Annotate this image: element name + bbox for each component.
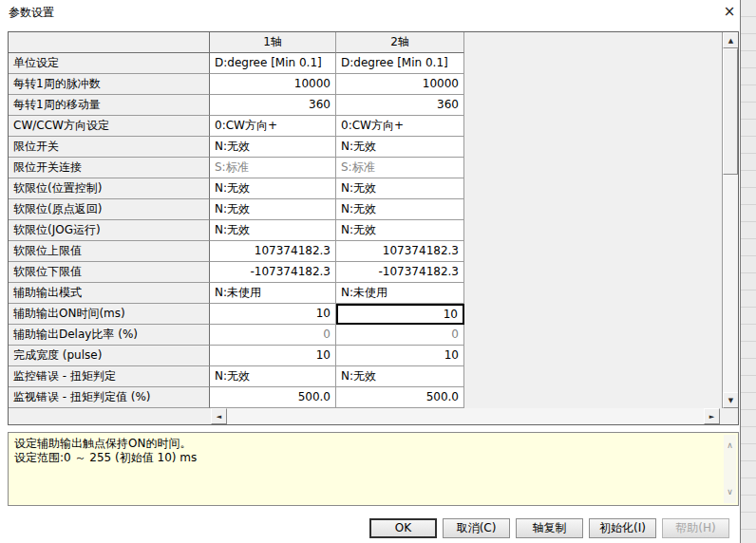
axis2-value-cell[interactable]: 10000 bbox=[336, 74, 464, 95]
param-label-cell: 每转1周的脉冲数 bbox=[9, 74, 210, 95]
param-label-cell: 软限位(原点返回) bbox=[9, 199, 210, 220]
param-label-cell: 限位开关连接 bbox=[9, 158, 210, 178]
param-label-cell: 辅助输出ON时间(ms) bbox=[9, 304, 210, 325]
table-row: 每转1周的移动量360360 bbox=[9, 95, 722, 116]
axis2-value-cell[interactable]: N:无效 bbox=[336, 366, 464, 387]
param-label-cell: 辅助输出Delay比率 (%) bbox=[9, 325, 210, 346]
axis2-value-cell[interactable]: S:标准 bbox=[336, 158, 464, 178]
axis1-value-cell[interactable]: N:无效 bbox=[210, 220, 336, 241]
param-label-cell: 完成宽度 (pulse) bbox=[9, 346, 210, 366]
axis1-value-cell[interactable]: 360 bbox=[210, 95, 336, 116]
table-row: 软限位上限值107374182.3107374182.3 bbox=[9, 241, 722, 262]
chevron-down-icon[interactable]: ∨ bbox=[727, 485, 733, 499]
table-row: 单位设定D:degree [Min 0.1]D:degree [Min 0.1] bbox=[9, 53, 722, 74]
vertical-scrollbar-track[interactable] bbox=[723, 175, 738, 392]
table-row: 辅助输出模式N:未使用N:未使用 bbox=[9, 283, 722, 304]
axis2-value-cell[interactable]: N:无效 bbox=[336, 199, 464, 220]
dialog-title: 参数设置 bbox=[9, 5, 54, 21]
table-row: CW/CCW方向设定0:CW方向+0:CW方向+ bbox=[9, 116, 722, 137]
cancel-button[interactable]: 取消(C) bbox=[443, 518, 510, 538]
axis2-value-cell[interactable]: N:无效 bbox=[336, 137, 464, 158]
param-label-cell: 监控错误 - 扭矩判定 bbox=[9, 366, 210, 387]
axis1-value-cell[interactable]: -107374182.3 bbox=[210, 262, 336, 283]
axis1-value-cell[interactable]: 0 bbox=[210, 325, 336, 346]
axis1-value-cell[interactable]: N:无效 bbox=[210, 366, 336, 387]
axis2-value-cell[interactable]: 500.0 bbox=[336, 387, 464, 408]
scroll-right-icon[interactable]: ► bbox=[704, 408, 720, 424]
vertical-scrollbar-thumb[interactable] bbox=[723, 48, 738, 175]
axis1-value-cell[interactable]: D:degree [Min 0.1] bbox=[210, 53, 336, 74]
axis1-value-cell[interactable]: 10000 bbox=[210, 74, 336, 95]
table-row: 辅助输出ON时间(ms)1010 bbox=[9, 304, 722, 325]
param-label-cell: 限位开关 bbox=[9, 137, 210, 158]
param-label-cell: 监视错误 - 扭矩判定值 (%) bbox=[9, 387, 210, 408]
param-label-cell: 软限位下限值 bbox=[9, 262, 210, 283]
chevron-up-icon[interactable]: ∧ bbox=[727, 439, 733, 453]
table-row: 监视错误 - 扭矩判定值 (%)500.0500.0 bbox=[9, 387, 722, 408]
description-scrollbar[interactable]: ∧ ∨ bbox=[724, 435, 736, 503]
axis2-value-cell[interactable]: 0 bbox=[336, 325, 464, 346]
table-row: 监控错误 - 扭矩判定N:无效N:无效 bbox=[9, 366, 722, 387]
grid-header-axis2[interactable]: 2轴 bbox=[336, 32, 464, 53]
horizontal-scrollbar-spacer bbox=[9, 408, 211, 424]
axis1-value-cell[interactable]: 500.0 bbox=[210, 387, 336, 408]
grid-header-axis1[interactable]: 1轴 bbox=[210, 32, 336, 53]
scroll-up-icon[interactable]: ▲ bbox=[723, 32, 738, 48]
table-row: 完成宽度 (pulse)1010 bbox=[9, 346, 722, 366]
axis2-value-cell[interactable]: N:无效 bbox=[336, 178, 464, 199]
grid-header-corner bbox=[9, 32, 210, 53]
table-row: 软限位(原点返回)N:无效N:无效 bbox=[9, 199, 722, 220]
vertical-scrollbar[interactable]: ▲ ▼ bbox=[722, 32, 738, 408]
axis1-value-cell[interactable]: N:无效 bbox=[210, 178, 336, 199]
description-line-2: 设定范围:0 ～ 255 (初始值 10) ms bbox=[14, 451, 719, 465]
param-label-cell: 软限位上限值 bbox=[9, 241, 210, 262]
axis-copy-button[interactable]: 轴复制 bbox=[516, 518, 583, 538]
table-row: 每转1周的脉冲数1000010000 bbox=[9, 74, 722, 95]
axis2-value-cell[interactable]: 10 bbox=[336, 346, 464, 366]
axis1-value-cell[interactable]: S:标准 bbox=[210, 158, 336, 178]
axis2-value-cell[interactable]: N:无效 bbox=[336, 220, 464, 241]
axis2-value-cell[interactable]: -107374182.3 bbox=[336, 262, 464, 283]
table-row: 软限位下限值-107374182.3-107374182.3 bbox=[9, 262, 722, 283]
table-row: 软限位(位置控制)N:无效N:无效 bbox=[9, 178, 722, 199]
param-label-cell: 软限位(位置控制) bbox=[9, 178, 210, 199]
table-row: 软限位(JOG运行)N:无效N:无效 bbox=[9, 220, 722, 241]
description-line-1: 设定辅助输出触点保持ON的时间。 bbox=[14, 437, 719, 451]
horizontal-scrollbar[interactable]: ◄ ► bbox=[9, 408, 738, 424]
parameter-grid: 1轴 2轴 单位设定D:degree [Min 0.1]D:degree [Mi… bbox=[8, 31, 739, 425]
ok-button[interactable]: OK bbox=[369, 518, 437, 538]
scrollbar-corner bbox=[720, 408, 738, 424]
table-row: 限位开关N:无效N:无效 bbox=[9, 137, 722, 158]
axis1-value-cell[interactable]: 10 bbox=[210, 346, 336, 366]
axis1-value-cell[interactable]: 107374182.3 bbox=[210, 241, 336, 262]
parameter-grid-rows: 1轴 2轴 单位设定D:degree [Min 0.1]D:degree [Mi… bbox=[9, 32, 722, 408]
axis2-value-cell[interactable]: 107374182.3 bbox=[336, 241, 464, 262]
axis1-value-cell[interactable]: N:无效 bbox=[210, 199, 336, 220]
axis1-value-cell[interactable]: N:未使用 bbox=[210, 283, 336, 304]
scroll-left-icon[interactable]: ◄ bbox=[211, 408, 227, 424]
axis2-value-cell[interactable]: N:未使用 bbox=[336, 283, 464, 304]
scroll-down-icon[interactable]: ▼ bbox=[723, 392, 738, 408]
param-label-cell: 软限位(JOG运行) bbox=[9, 220, 210, 241]
param-label-cell: 每转1周的移动量 bbox=[9, 95, 210, 116]
grid-header-row: 1轴 2轴 bbox=[9, 32, 722, 53]
table-row: 限位开关连接S:标准S:标准 bbox=[9, 158, 722, 178]
axis1-value-cell[interactable]: N:无效 bbox=[210, 137, 336, 158]
initialize-button[interactable]: 初始化(I) bbox=[589, 518, 656, 538]
parameter-grid-main: 1轴 2轴 单位设定D:degree [Min 0.1]D:degree [Mi… bbox=[9, 32, 738, 408]
table-row: 辅助输出Delay比率 (%)00 bbox=[9, 325, 722, 346]
axis2-value-cell-selected[interactable]: 10 bbox=[336, 304, 464, 325]
horizontal-scrollbar-track[interactable] bbox=[227, 408, 704, 424]
parameter-description-panel: 设定辅助输出触点保持ON的时间。 设定范围:0 ～ 255 (初始值 10) m… bbox=[8, 432, 739, 506]
param-label-cell: CW/CCW方向设定 bbox=[9, 116, 210, 137]
axis1-value-cell[interactable]: 0:CW方向+ bbox=[210, 116, 336, 137]
axis2-value-cell[interactable]: 360 bbox=[336, 95, 464, 116]
background-window-strip bbox=[740, 0, 756, 543]
param-label-cell: 单位设定 bbox=[9, 53, 210, 74]
close-icon[interactable]: × bbox=[720, 2, 739, 21]
axis1-value-cell[interactable]: 10 bbox=[210, 304, 336, 325]
help-button: 帮助(H) bbox=[662, 518, 729, 538]
axis2-value-cell[interactable]: D:degree [Min 0.1] bbox=[336, 53, 464, 74]
param-label-cell: 辅助输出模式 bbox=[9, 283, 210, 304]
axis2-value-cell[interactable]: 0:CW方向+ bbox=[336, 116, 464, 137]
